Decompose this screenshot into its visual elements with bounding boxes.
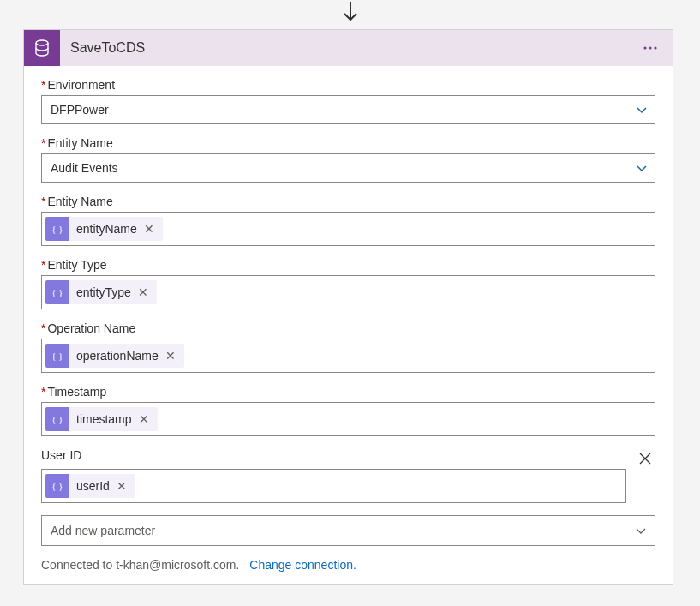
connection-status-text: Connected to t-khan@microsoft.com. (41, 558, 239, 572)
field-entity-name-token: *Entity Name { } entityName ✕ (41, 195, 655, 246)
field-environment: *Environment DFPPower (41, 78, 655, 124)
token-timestamp[interactable]: { } timestamp ✕ (45, 407, 158, 431)
token-text: entityName (69, 222, 142, 236)
token-text: entityType (69, 285, 136, 299)
token-remove-button[interactable]: ✕ (115, 480, 129, 492)
svg-point-3 (649, 46, 651, 49)
timestamp-input[interactable]: { } timestamp ✕ (41, 402, 655, 436)
action-card-savetocds: SaveToCDS *Environment DFPPower (23, 29, 673, 585)
label-text: User ID (41, 448, 81, 462)
label-entity-type: *Entity Type (41, 258, 655, 272)
label-user-id: User ID (41, 448, 626, 462)
label-entity-name-token: *Entity Name (41, 195, 655, 208)
close-icon (638, 452, 652, 465)
token-text: operationName (69, 349, 164, 363)
label-text: Entity Name (47, 136, 112, 150)
token-operationname[interactable]: { } operationName ✕ (45, 344, 184, 368)
label-environment: *Environment (41, 78, 655, 92)
add-parameter-placeholder: Add new parameter (51, 524, 155, 537)
change-connection-link[interactable]: Change connection. (249, 558, 356, 572)
required-indicator: * (41, 385, 45, 399)
svg-point-4 (654, 46, 656, 49)
token-userid[interactable]: { } userId ✕ (45, 474, 135, 498)
select-value: DFPPower (51, 103, 109, 117)
field-user-id: User ID { } userId ✕ (41, 448, 655, 503)
expression-icon: { } (45, 280, 69, 304)
card-menu-button[interactable] (637, 34, 664, 62)
card-title: SaveToCDS (60, 40, 637, 56)
arrow-down-icon (341, 2, 360, 24)
token-text: timestamp (69, 412, 137, 426)
label-text: Operation Name (47, 321, 135, 335)
connection-footer: Connected to t-khan@microsoft.com. Chang… (41, 558, 655, 572)
label-text: Entity Type (47, 258, 106, 272)
token-remove-button[interactable]: ✕ (164, 350, 177, 362)
field-entity-type: *Entity Type { } entityType ✕ (41, 258, 655, 309)
token-entityname[interactable]: { } entityName ✕ (45, 217, 163, 241)
entity-name-select[interactable]: Audit Events (41, 153, 655, 183)
expression-icon: { } (45, 217, 69, 241)
svg-text:{ }: { } (51, 287, 63, 297)
svg-point-2 (643, 46, 646, 49)
operation-name-input[interactable]: { } operationName ✕ (41, 339, 655, 373)
token-remove-button[interactable]: ✕ (136, 286, 150, 298)
field-timestamp: *Timestamp { } timestamp ✕ (41, 385, 655, 436)
card-body: *Environment DFPPower *Entity Name Audit… (24, 66, 673, 584)
label-text: Timestamp (47, 385, 106, 399)
label-text: Environment (47, 78, 115, 92)
chevron-down-icon (634, 524, 648, 537)
required-indicator: * (41, 258, 45, 272)
token-remove-button[interactable]: ✕ (137, 413, 151, 425)
token-text: userId (69, 479, 115, 493)
expression-icon: { } (45, 407, 69, 431)
required-indicator: * (41, 321, 45, 335)
entity-name-input[interactable]: { } entityName ✕ (41, 212, 655, 246)
select-value: Audit Events (51, 161, 118, 175)
add-parameter-select[interactable]: Add new parameter (41, 515, 655, 546)
ellipsis-icon (642, 39, 659, 57)
expression-icon: { } (45, 344, 69, 368)
expression-icon: { } (45, 474, 69, 498)
field-operation-name: *Operation Name { } operationName ✕ (41, 321, 655, 373)
card-header[interactable]: SaveToCDS (24, 30, 673, 66)
entity-type-input[interactable]: { } entityType ✕ (41, 275, 655, 309)
required-indicator: * (41, 195, 45, 208)
svg-text:{ }: { } (51, 481, 63, 491)
connector-icon-box (24, 30, 60, 66)
user-id-input[interactable]: { } userId ✕ (41, 469, 626, 503)
svg-text:{ }: { } (51, 414, 63, 424)
token-remove-button[interactable]: ✕ (142, 223, 156, 235)
svg-text:{ }: { } (51, 224, 63, 234)
label-text: Entity Name (47, 195, 112, 208)
environment-select[interactable]: DFPPower (41, 95, 655, 124)
token-entitytype[interactable]: { } entityType ✕ (45, 280, 157, 304)
database-icon (32, 38, 52, 58)
required-indicator: * (41, 136, 45, 150)
svg-point-1 (36, 40, 48, 45)
field-entity-name-select: *Entity Name Audit Events (41, 136, 655, 183)
svg-text:{ }: { } (51, 351, 63, 361)
label-entity-name-select: *Entity Name (41, 136, 655, 150)
required-indicator: * (41, 78, 45, 92)
label-operation-name: *Operation Name (41, 321, 655, 335)
remove-parameter-button[interactable] (635, 448, 655, 469)
flow-arrow-down (0, 0, 700, 29)
label-timestamp: *Timestamp (41, 385, 655, 399)
